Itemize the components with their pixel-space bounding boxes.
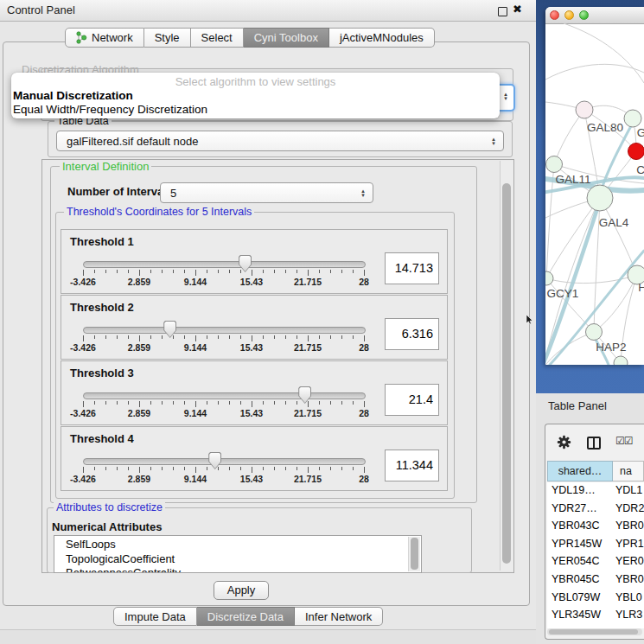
tick-label: -3.426 [70,342,96,353]
zoom-traffic-light-icon[interactable] [579,10,589,20]
numerical-attributes-list[interactable]: SelfLoopsTopologicalCoefficientBetweenne… [54,535,422,573]
node[interactable] [546,156,563,173]
node[interactable] [587,185,613,211]
table-row[interactable]: YPR145WYPR1 [547,536,644,553]
tick-mark [285,467,286,470]
node[interactable] [628,143,644,160]
tab-jactivemnodules[interactable]: jActiveMNodules [329,28,435,48]
node[interactable] [624,110,641,127]
minimize-traffic-light-icon[interactable] [564,10,574,20]
tick-label: 28 [359,474,369,484]
float-panel-icon[interactable] [498,7,507,16]
tick-mark [240,270,241,273]
tick-mark [296,335,297,339]
threshold-panel: Threshold 3-3.4262.8599.14415.4321.71528… [61,360,448,425]
network-canvas[interactable]: GAL80GCGAL11GAL4GCY1HHAP2 [545,23,644,365]
tick-mark [128,401,129,405]
threshold-value-box[interactable]: 11.344 [385,450,439,481]
column-header-shared-name[interactable]: shared… [547,461,613,481]
node-label: G [637,126,644,139]
table-data-group: Table Data galFiltered.sif default node … [48,121,513,157]
tab-select[interactable]: Select [191,28,244,48]
tick-label: -3.426 [70,474,96,484]
threshold-value-box[interactable]: 14.713 [385,252,439,284]
node-label: GCY1 [547,287,579,300]
threshold-label: Threshold 1 [70,235,134,248]
tick-mark [308,335,309,341]
tab-network[interactable]: Network [65,28,144,48]
list-item[interactable]: SelfLoops [66,538,116,551]
close-panel-icon[interactable]: ✖ [513,3,522,16]
combo-arrows-icon: ▴▾ [501,92,511,100]
tab-infer-network[interactable]: Infer Network [295,607,383,626]
node[interactable] [586,324,603,341]
control-panel-title: Control Panel [7,3,75,16]
node[interactable] [576,101,593,118]
tick-mark [162,467,163,470]
table-row[interactable]: YBR043CYBR0 [547,518,644,535]
column-header-name[interactable]: na [613,461,644,481]
table-row[interactable]: YDL19…YDL1 [547,482,644,500]
slider-thumb[interactable] [298,386,311,404]
list-scrollbar-thumb[interactable] [411,538,418,570]
num-intervals-value: 5 [161,187,358,200]
tick-mark [150,335,151,339]
node[interactable] [545,271,553,285]
tick-mark [319,401,320,405]
tick-mark [184,270,185,273]
slider-thumb[interactable] [208,452,221,469]
threshold-value-box[interactable]: 6.316 [385,318,439,350]
dropdown-option-manual[interactable]: Manual Discretization [13,89,133,102]
close-traffic-light-icon[interactable] [550,10,559,20]
tick-mark [341,335,342,339]
threshold-value-box[interactable]: 21.4 [385,384,439,416]
slider-track[interactable] [83,327,366,334]
tab-impute-data[interactable]: Impute Data [113,607,197,626]
settings-gear-icon[interactable] [557,435,571,450]
num-intervals-combobox[interactable]: 5 ▴▾ [160,182,373,203]
slider-track[interactable] [83,458,366,465]
slider-thumb[interactable] [163,321,176,338]
tick-label: 28 [359,342,369,353]
horizontal-scrollbar-thumb[interactable] [549,629,638,634]
tick-mark [285,401,286,405]
tick-mark [341,401,342,405]
node-label: GAL80 [587,121,623,134]
tick-label: 28 [359,277,369,287]
cell-shared-name: YBR045C [552,573,600,585]
dropdown-option-equal-width[interactable]: Equal Width/Frequency Discretization [13,103,207,116]
select-columns-icon[interactable]: ☑☑ [615,435,633,447]
tick-label: 9.144 [184,474,207,484]
tick-mark [229,401,230,405]
horizontal-scrollbar[interactable] [547,628,642,635]
threshold-panel: Threshold 2-3.4262.8599.14415.4321.71528… [61,295,448,360]
table-row[interactable]: YBL079WYBL0 [547,590,644,607]
slider-track[interactable] [83,261,366,268]
tab-style[interactable]: Style [144,28,191,48]
tick-mark [330,467,331,470]
list-item[interactable]: BetweennessCentrality [66,566,181,573]
split-columns-icon[interactable] [587,437,601,450]
list-scrollbar[interactable] [408,537,420,571]
tick-label: 15.43 [240,342,263,353]
tick-mark [83,270,84,276]
cell-name: YBR0 [615,573,644,585]
list-item[interactable]: TopologicalCoefficient [66,552,175,565]
tick-mark [296,270,297,273]
slider-track[interactable] [83,392,366,399]
tick-mark [150,270,151,273]
tab-cyni-toolbox[interactable]: Cyni Toolbox [244,28,329,48]
tab-discretize-data[interactable]: Discretize Data [197,607,295,626]
table-row[interactable]: YBR045CYBR0 [547,571,644,589]
tick-label: 15.43 [240,408,263,418]
tab-label: Style [155,31,180,44]
vertical-scrollbar-thumb[interactable] [502,183,511,564]
tab-label: Impute Data [124,610,186,623]
table-data-combobox[interactable]: galFiltered.sif default node ▴▾ [56,131,504,151]
tick-mark [218,335,219,339]
table-row[interactable]: YER054CYER0 [547,553,644,571]
apply-button[interactable]: Apply [214,581,269,600]
table-row[interactable]: YLR345WYLR3 [547,607,644,624]
tick-mark [117,335,118,339]
table-row[interactable]: YDR27…YDR2 [547,501,644,518]
